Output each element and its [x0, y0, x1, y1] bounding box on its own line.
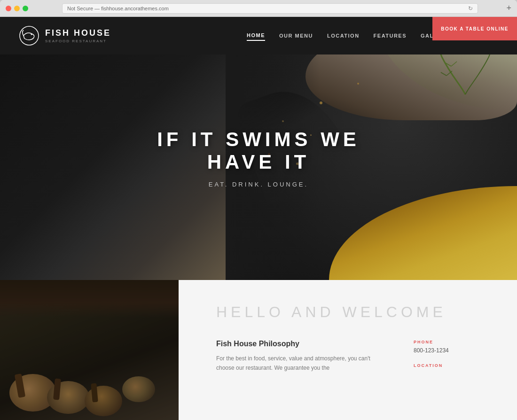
welcome-columns: Fish House Philosophy For the best in fo… — [216, 340, 489, 373]
book-table-button[interactable]: BOOK A TABLE ONLINE — [432, 17, 517, 40]
nav-location[interactable]: LOCATION — [327, 31, 360, 40]
minimize-button[interactable] — [14, 6, 20, 11]
nav-home[interactable]: HOME — [247, 31, 265, 41]
logo-text-block: FISH HOUSE SEAFOOD RESTAURANT — [45, 28, 111, 43]
welcome-title: HELLO AND WELCOME — [216, 303, 489, 321]
reload-icon[interactable]: ↻ — [468, 5, 473, 12]
svg-point-1 — [31, 34, 32, 35]
add-tab-button[interactable]: + — [506, 3, 511, 13]
nav-features[interactable]: FEATURES — [374, 31, 407, 40]
location-label: LOCATION — [414, 363, 489, 368]
image-overlay — [0, 280, 179, 420]
welcome-image — [0, 280, 179, 420]
browser-window: Not Secure — fishhouse.ancorathemes.com … — [0, 0, 517, 420]
site-header: FISH HOUSE SEAFOOD RESTAURANT HOME OUR M… — [0, 17, 517, 54]
website-content: FISH HOUSE SEAFOOD RESTAURANT HOME OUR M… — [0, 17, 517, 420]
logo-title: FISH HOUSE — [45, 28, 111, 38]
window-controls — [6, 6, 28, 11]
hero-section: IF IT SWIMS WE HAVE IT EAT. DRINK. LOUNG… — [0, 17, 517, 280]
address-text: Not Secure — fishhouse.ancorathemes.com — [67, 6, 169, 11]
hero-title: IF IT SWIMS WE HAVE IT — [129, 128, 388, 173]
philosophy-text: For the best in food, service, value and… — [216, 354, 385, 373]
phone-label: PHONE — [414, 340, 489, 344]
svg-point-0 — [20, 26, 39, 45]
logo-subtitle: SEAFOOD RESTAURANT — [45, 39, 111, 43]
address-bar[interactable]: Not Secure — fishhouse.ancorathemes.com … — [62, 3, 478, 14]
nav-menu[interactable]: OUR MENU — [279, 31, 313, 40]
welcome-section: HELLO AND WELCOME Fish House Philosophy … — [0, 280, 517, 420]
logo-icon — [19, 25, 39, 46]
logo-area: FISH HOUSE SEAFOOD RESTAURANT — [19, 25, 111, 46]
close-button[interactable] — [6, 6, 11, 11]
contact-info-column: PHONE 800-123-1234 LOCATION — [414, 340, 489, 373]
hero-content: IF IT SWIMS WE HAVE IT EAT. DRINK. LOUNG… — [129, 128, 388, 188]
philosophy-column: Fish House Philosophy For the best in fo… — [216, 340, 385, 373]
spice-dot — [357, 83, 359, 85]
browser-titlebar: Not Secure — fishhouse.ancorathemes.com … — [0, 0, 517, 17]
welcome-content: HELLO AND WELCOME Fish House Philosophy … — [179, 280, 517, 420]
maximize-button[interactable] — [23, 6, 28, 11]
philosophy-heading: Fish House Philosophy — [216, 340, 385, 348]
phone-value: 800-123-1234 — [414, 347, 489, 354]
spice-dot — [320, 101, 322, 104]
hero-subtitle: EAT. DRINK. LOUNGE. — [129, 181, 388, 188]
